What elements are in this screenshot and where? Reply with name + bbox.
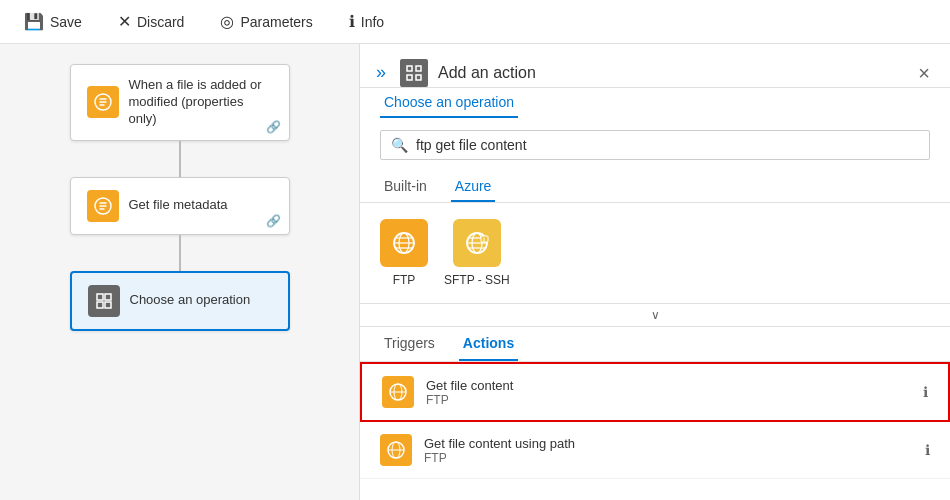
ftp-connector-card[interactable]: FTP (380, 219, 428, 287)
svg-rect-7 (416, 66, 421, 71)
trigger-node[interactable]: When a file is added or modified (proper… (70, 64, 290, 141)
get-file-content-icon (382, 376, 414, 408)
ftp-label: FTP (393, 273, 416, 287)
canvas: When a file is added or modified (proper… (0, 44, 360, 500)
panel-tabs: Choose an operation (360, 88, 950, 118)
panel-close-button[interactable]: × (918, 63, 930, 83)
svg-rect-6 (407, 66, 412, 71)
right-panel: » Add an action × Choose an operation (360, 44, 950, 500)
get-file-content-path-icon (380, 434, 412, 466)
svg-rect-2 (97, 294, 103, 300)
choose-operation-node[interactable]: Choose an operation (70, 271, 290, 331)
panel-header: » Add an action × (360, 44, 950, 88)
info-icon: ℹ (349, 12, 355, 31)
discard-icon: ✕ (118, 12, 131, 31)
save-icon: 💾 (24, 12, 44, 31)
trigger-node-icon (87, 86, 119, 118)
action-list: Get file content FTP ℹ Get file content … (360, 362, 950, 500)
parameters-button[interactable]: ◎ Parameters (212, 8, 320, 35)
save-label: Save (50, 14, 82, 30)
search-box: 🔍 (380, 130, 930, 160)
actions-tab[interactable]: Actions (459, 327, 518, 361)
subtab-builtin[interactable]: Built-in (380, 172, 431, 202)
triggers-tab[interactable]: Triggers (380, 327, 439, 361)
toolbar: 💾 Save ✕ Discard ◎ Parameters ℹ Info (0, 0, 950, 44)
choose-operation-icon (88, 285, 120, 317)
get-file-content-title: Get file content (426, 378, 911, 393)
discard-button[interactable]: ✕ Discard (110, 8, 192, 35)
connector-1 (179, 141, 181, 177)
metadata-node-text: Get file metadata (129, 197, 228, 214)
parameters-icon: ◎ (220, 12, 234, 31)
subtab-azure[interactable]: Azure (451, 172, 496, 202)
search-icon: 🔍 (391, 137, 408, 153)
connector-line-2 (179, 235, 181, 271)
action-item-get-file-content-path[interactable]: Get file content using path FTP ℹ (360, 422, 950, 479)
trigger-node-link: 🔗 (266, 120, 281, 134)
svg-rect-9 (416, 75, 421, 80)
ftp-icon (380, 219, 428, 267)
info-button[interactable]: ℹ Info (341, 8, 392, 35)
panel-header-left: » Add an action (372, 58, 536, 87)
subtabs: Built-in Azure (360, 172, 950, 203)
sftp-connector-card[interactable]: SFTP - SSH (444, 219, 510, 287)
search-input[interactable] (416, 137, 919, 153)
panel-action-icon (400, 59, 428, 87)
action-tabs: Triggers Actions (360, 327, 950, 362)
get-file-content-path-text: Get file content using path FTP (424, 436, 913, 465)
discard-label: Discard (137, 14, 184, 30)
metadata-node-link: 🔗 (266, 214, 281, 228)
svg-rect-3 (105, 294, 111, 300)
choose-operation-text: Choose an operation (130, 292, 251, 309)
get-file-content-subtitle: FTP (426, 393, 911, 407)
search-area: 🔍 (360, 118, 950, 172)
connectors-grid: FTP SFTP - SSH (360, 203, 950, 304)
svg-rect-4 (97, 302, 103, 308)
svg-rect-8 (407, 75, 412, 80)
parameters-label: Parameters (240, 14, 312, 30)
info-label: Info (361, 14, 384, 30)
panel-title: Add an action (438, 64, 536, 82)
choose-operation-tab[interactable]: Choose an operation (380, 88, 518, 118)
panel-expand-button[interactable]: » (372, 58, 390, 87)
sftp-icon (453, 219, 501, 267)
metadata-node-icon (87, 190, 119, 222)
save-button[interactable]: 💾 Save (16, 8, 90, 35)
metadata-node[interactable]: Get file metadata 🔗 (70, 177, 290, 235)
connector-2 (179, 235, 181, 271)
svg-rect-5 (105, 302, 111, 308)
get-file-content-path-subtitle: FTP (424, 451, 913, 465)
action-item-get-file-content[interactable]: Get file content FTP ℹ (360, 362, 950, 422)
trigger-node-text: When a file is added or modified (proper… (129, 77, 273, 128)
chevron-down-icon: ∨ (651, 308, 660, 322)
main-layout: When a file is added or modified (proper… (0, 44, 950, 500)
connector-line-1 (179, 141, 181, 177)
get-file-content-path-info-icon[interactable]: ℹ (925, 442, 930, 458)
sftp-label: SFTP - SSH (444, 273, 510, 287)
get-file-content-info-icon[interactable]: ℹ (923, 384, 928, 400)
get-file-content-path-title: Get file content using path (424, 436, 913, 451)
get-file-content-text: Get file content FTP (426, 378, 911, 407)
chevron-row[interactable]: ∨ (360, 304, 950, 327)
